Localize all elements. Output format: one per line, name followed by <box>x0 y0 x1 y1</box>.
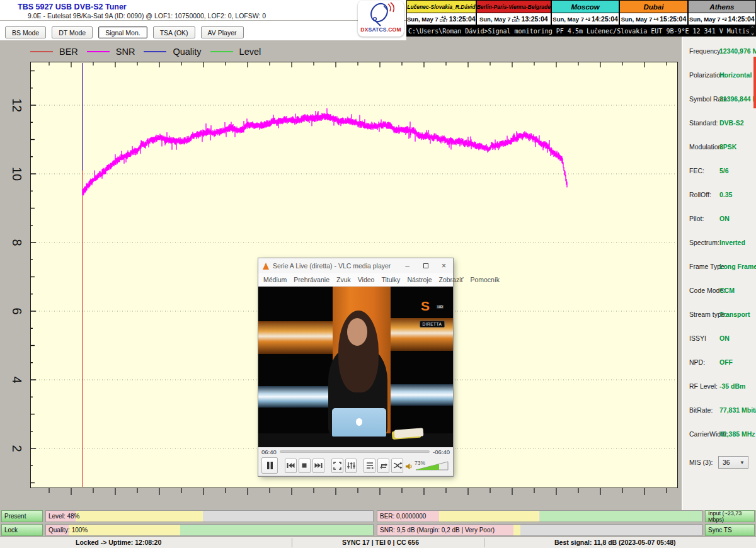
header: TBS 5927 USB DVB-S2 Tuner 9.0E - Eutelsa… <box>0 0 406 40</box>
scroll-down-icon[interactable]: v <box>752 31 754 37</box>
clock-city-label: Moscow <box>552 0 619 13</box>
menu-video[interactable]: Video <box>358 276 375 283</box>
meter-segment <box>76 511 203 522</box>
status-bar: Locked -> Uptime: 12:08:20 SYNC 17 | TEI… <box>0 536 756 548</box>
param-label: Pilot: <box>689 215 704 222</box>
param-value: CCM <box>719 287 735 294</box>
status-divider <box>484 538 484 547</box>
channel-logo: S HD <box>421 299 444 318</box>
vlc-cone-icon <box>263 263 269 270</box>
menu-zobrazi-[interactable]: Zobraziť <box>438 276 463 283</box>
logo-text: DXSATCS.COM <box>360 26 401 33</box>
vlc-video-area[interactable]: S HD DIRETTA <box>258 287 453 447</box>
extended-settings-button[interactable] <box>345 459 357 473</box>
clock-time: Sun, May 7+314:25:04 <box>552 13 619 25</box>
clock-time: Sun, May 7+415:25:04 <box>620 13 687 25</box>
random-button[interactable] <box>391 459 403 473</box>
menu-zvuk[interactable]: Zvuk <box>336 276 351 283</box>
lock-indicator: Lock <box>1 524 43 536</box>
dxsatcs-logo: DXSATCS.COM <box>358 1 404 37</box>
param-row-frequency-: Frequency:12340,976 MHz <box>683 47 756 57</box>
maximize-button[interactable] <box>416 258 435 273</box>
ber-meter: BER: 0,0000000 <box>377 510 702 522</box>
param-value: -35 dBm <box>719 382 745 390</box>
vlc-window[interactable]: Serie A Live (diretta) - VLC media playe… <box>258 258 453 476</box>
param-value: 12340,976 MHz <box>719 47 756 55</box>
param-label: BitRate: <box>689 406 713 414</box>
param-value: Transport <box>719 311 750 318</box>
mis-dropdown[interactable]: 36▼ <box>718 456 748 469</box>
clock-time: Sun, May 7+1DST13:25:04 <box>477 13 551 25</box>
clock-hhmmss: 14:25:04 <box>728 15 755 23</box>
header-separator <box>0 20 406 21</box>
diretta-badge: DIRETTA <box>420 321 445 328</box>
next-icon <box>313 460 323 471</box>
vlc-seek-row: 06:40 -06:40 <box>258 447 453 456</box>
tab-tsa-ok-[interactable]: TSA (OK) <box>153 26 195 38</box>
mis-label: MIS (3): <box>689 459 713 466</box>
legend-line-swatch <box>210 51 233 52</box>
param-label: NPD: <box>689 358 705 366</box>
terminal-prompt: C:\Users\Roman Dávid>Signal monitoring_P… <box>406 28 749 35</box>
best-signal: Best signal: 11,8 dB (2023-05-07 05:48) <box>554 539 676 546</box>
clock-offset: +1DST <box>440 16 448 22</box>
param-row-rf-level-: RF Level:-35 dBm <box>683 382 756 392</box>
seek-slider[interactable] <box>280 450 430 453</box>
app-title: TBS 5927 USB DVB-S2 Tuner <box>18 3 127 11</box>
menu-m-dium[interactable]: Médium <box>263 276 287 283</box>
sync-counters: SYNC 17 | TEI 0 | CC 656 <box>342 539 419 546</box>
close-button[interactable]: × <box>435 258 453 273</box>
playlist-button[interactable] <box>364 459 375 473</box>
utc-offset: +4 <box>653 18 658 21</box>
tab-dt-mode[interactable]: DT Mode <box>52 26 93 38</box>
previous-button[interactable] <box>285 459 297 473</box>
param-label: Standard: <box>689 119 718 127</box>
stop-button[interactable] <box>299 459 311 473</box>
meter-segment <box>540 511 702 522</box>
param-row-mis: MIS (3):36▼ <box>683 459 756 469</box>
minimize-button[interactable]: – <box>398 258 416 273</box>
param-label: ISSYI <box>689 334 706 342</box>
menu-n-stroje[interactable]: Nástroje <box>407 276 432 283</box>
sync-ts-indicator: Sync TS <box>705 524 755 536</box>
clock-city-label: Athens <box>689 0 756 13</box>
loop-button[interactable] <box>377 459 389 473</box>
legend-item-ber: BER <box>30 47 78 57</box>
terminal-scrollbar[interactable]: ^ v <box>749 25 756 37</box>
param-label: Frequency: <box>689 47 723 55</box>
param-label: RF Level: <box>689 382 718 390</box>
y-tick-label-2: 2 <box>8 440 26 457</box>
tab-bs-mode[interactable]: BS Mode <box>5 26 46 38</box>
pause-button[interactable] <box>261 457 278 474</box>
menu-titulky[interactable]: Titulky <box>381 276 400 283</box>
input-indicator: Input (~23,73 Mbps) <box>705 510 755 522</box>
next-button[interactable] <box>312 459 324 473</box>
param-row-rolloff-: RollOff:0.35 <box>683 191 756 201</box>
studio-left-shelf-blue <box>258 386 333 408</box>
volume-control[interactable] <box>405 461 450 471</box>
elapsed-time: 06:40 <box>261 448 277 455</box>
clock-5: AthensSun, May 7+314:25:04 <box>688 0 756 25</box>
tab-signal-mon-[interactable]: Signal Mon. <box>98 26 147 38</box>
clock-date: Sun, May 7 <box>689 16 721 23</box>
menu-prehr-vanie[interactable]: Prehrávanie <box>294 276 329 283</box>
quality-meter: Quality: 100% <box>45 524 374 536</box>
vlc-titlebar[interactable]: Serie A Live (diretta) - VLC media playe… <box>258 258 453 273</box>
menu-pomocn-k[interactable]: Pomocník <box>470 276 500 283</box>
param-row-carrierwidth-: CarrierWidth:42,385 MHz <box>683 430 756 440</box>
param-label: FEC: <box>689 167 704 174</box>
legend-label: BER <box>59 47 78 57</box>
loop-icon <box>379 460 389 471</box>
clock-hhmmss: 15:25:04 <box>660 15 686 23</box>
scroll-up-icon[interactable]: ^ <box>752 25 753 30</box>
quality-label: Quality: 100% <box>49 527 88 534</box>
y-tick-label-6: 6 <box>8 302 26 320</box>
snr-meter: SNR: 9,5 dB (Margin: 0,2 dB | Very Poor) <box>377 524 702 536</box>
fullscreen-button[interactable] <box>331 459 343 473</box>
apple-logo-icon <box>356 418 362 426</box>
clock-offset: +3 <box>585 18 590 21</box>
terminal-window[interactable]: C:\Users\Roman Dávid>Signal monitoring_P… <box>406 25 756 37</box>
param-row-issyi: ISSYION <box>683 334 756 345</box>
tab-av-player[interactable]: AV Player <box>201 26 244 38</box>
clock-time: Sun, May 7+314:25:04 <box>689 13 756 25</box>
